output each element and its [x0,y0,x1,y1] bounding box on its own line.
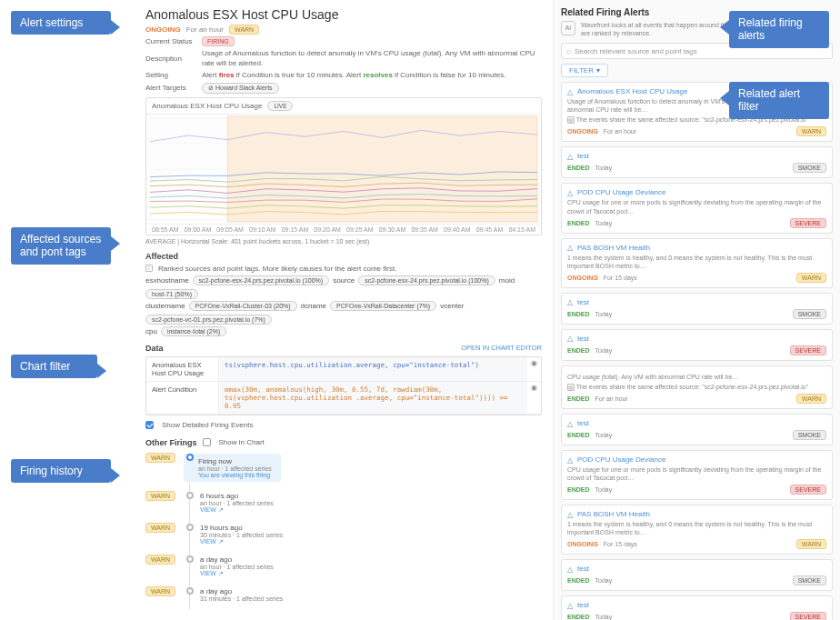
tag-pill[interactable]: PCFOne-VxRail-Datacenter (7%) [330,301,436,311]
callout-firing-history: Firing history [11,459,111,483]
tag-key: source [333,276,355,285]
alert-targets-label: Alert Targets [145,84,196,92]
show-detailed-label: Show Detailed Firing Events [162,420,254,430]
rank-icon: ≡ [145,265,153,272]
timeline-meta: an hour · 1 affected series [200,500,274,506]
chart-title: Anomalous ESX Host CPU Usage [152,102,262,110]
timeline-item[interactable]: WARN19 hours ago30 minutes · 1 affected … [185,521,542,553]
timeline-item[interactable]: WARN6 hours agoan hour · 1 affected seri… [185,489,542,521]
alert-icon [567,420,575,427]
related-alert-card[interactable]: CPU usage (total). Any VM with abnormal … [561,365,833,409]
related-alert-card[interactable]: POD CPU Usage DevianceCPU usage for one … [561,450,833,500]
event-icon: ▦ [567,116,575,124]
chart-body[interactable] [146,115,541,224]
description-label: Description [145,55,196,63]
timeline-time: a day ago [200,555,274,564]
related-alert-card[interactable]: testENDEDTodaySMOKE [561,559,833,591]
timeline-time: Firing now [198,457,272,465]
tag-pill[interactable]: sc2-pcfone-vc-01.prs.pez.pivotal.io (7%) [145,315,272,325]
callout-related-firing: Related firing alerts [729,11,829,48]
related-alert-title[interactable]: POD CPU Usage Deviance [567,188,826,196]
alert-icon [567,511,575,518]
chart-container: Anomalous ESX Host CPU Usage LIVE 08:55 … [145,97,542,235]
related-alert-title[interactable]: test [567,419,826,427]
related-alert-title[interactable]: test [567,565,826,573]
tag-key: clustername [145,302,185,310]
status-duration: For an hour [186,25,224,34]
timeline-view-link[interactable]: VIEW ↗ [200,538,283,545]
related-filter-button[interactable]: FILTER ▾ [561,64,608,77]
setting-text: Alert fires if Condition is true for 10 … [202,70,542,80]
tag-pill[interactable]: PCFOne-VxRail-Cluster-03 (20%) [189,301,297,311]
related-alert-when: Today [595,165,613,171]
related-alert-when: Today [595,311,613,317]
ai-icon: AI [561,21,575,35]
related-alert-badge: WARN [796,273,826,283]
related-alert-desc: CPU usage (total). Any VM with abnormal … [567,373,826,381]
related-alert-card[interactable]: PAS BOSH VM Health1 means the system is … [561,505,833,555]
visibility-toggle-icon[interactable]: ◉ [527,357,541,381]
alert-icon [567,602,575,609]
setting-label: Setting [145,71,196,79]
related-alert-title[interactable]: test [567,152,826,160]
related-alert-title[interactable]: PAS BOSH VM Health [567,244,826,252]
timeline-item[interactable]: WARNa day ago31 minutes · 1 affected ser… [185,585,542,609]
chevron-down-icon: ▾ [596,66,600,75]
related-alert-status: ONGOING [567,541,598,547]
show-in-chart-label: Show in Chart [219,437,265,447]
related-alert-card[interactable]: testENDEDTodaySMOKE [561,146,833,178]
related-alert-status: ENDED [567,165,590,171]
alert-icon [567,244,575,251]
timeline-meta: an hour · 1 affected series [198,465,272,472]
related-alert-title[interactable]: PAS BOSH VM Health [567,510,826,518]
related-alert-when: Today [595,577,613,584]
other-firings-heading: Other Firings [145,438,197,447]
related-alert-status: ENDED [567,395,590,402]
alert-icon [567,88,575,95]
related-alert-status: ONGOING [567,275,598,281]
description-text: Usage of Anomalous function to detect an… [202,48,542,68]
callout-chart-filter: Chart filter [11,355,97,378]
affected-heading: Affected [145,252,542,261]
related-alert-event: ▦ The events share the same affected sou… [567,383,826,391]
timeline-item[interactable]: WARNa day agoan hour · 1 affected series… [185,553,542,585]
chart-x-axis: 08:55 AM09:00 AM09:05 AM09:10 AM09:15 AM… [146,224,541,235]
related-alert-status: ENDED [567,577,590,584]
visibility-toggle-icon[interactable]: ◉ [527,382,541,414]
related-alert-card[interactable]: testENDEDTodaySMOKE [561,414,833,445]
callout-related-filter: Related alert filter [729,82,829,119]
related-alert-status: ENDED [567,614,590,620]
tag-pill[interactable]: instance-total (2%) [161,326,226,336]
tag-pill[interactable]: sc2-pcfone-esx-24.prs.pez.pivotal.io (10… [193,275,330,285]
related-alert-card[interactable]: testENDEDTodaySMOKE [561,293,833,325]
tag-key: cpu [145,327,157,335]
show-in-chart-checkbox[interactable] [203,438,211,446]
condition-code: mmax(30m, anomalous(high, 30m, 0.55, 7d,… [219,382,527,414]
chart-live-badge[interactable]: LIVE [267,101,293,111]
timeline-view-link: You are viewing this firing [198,472,272,478]
data-heading: Data [145,344,164,353]
related-alert-card[interactable]: testENDEDTodaySEVERE [561,595,833,620]
alert-target-pill[interactable]: ⊘ Howard Slack Alerts [202,83,279,94]
timeline-item[interactable]: WARNFiring nowan hour · 1 affected serie… [185,451,542,489]
related-alert-status: ENDED [567,311,590,317]
show-detailed-checkbox[interactable] [145,421,154,429]
tag-pill[interactable]: host-71 (50%) [145,289,198,299]
related-alert-title[interactable]: POD CPU Usage Deviance [567,455,826,464]
related-alert-title[interactable]: test [567,335,826,343]
related-alert-badge: SEVERE [790,485,826,495]
timeline-view-link[interactable]: VIEW ↗ [200,506,274,514]
related-alert-card[interactable]: PAS BOSH VM Health1 means the system is … [561,238,833,288]
timeline-view-link[interactable]: VIEW ↗ [200,570,274,577]
related-alert-desc: 1 means the system is healthy, and 0 mea… [567,520,826,536]
tag-pill[interactable]: sc2-pcfone-esx-24.prs.pez.pivotal.io (10… [358,275,495,285]
related-alert-badge: SEVERE [790,345,826,355]
related-alert-desc: 1 means the system is healthy, and 0 mea… [567,254,826,270]
related-alert-title[interactable]: test [567,601,826,609]
related-alert-card[interactable]: testENDEDTodaySEVERE [561,329,833,361]
related-alert-title[interactable]: test [567,298,826,306]
related-alert-when: Today [595,347,613,354]
related-alert-card[interactable]: POD CPU Usage DevianceCPU usage for one … [561,183,833,233]
timeline-time: a day ago [200,587,283,595]
open-chart-editor-link[interactable]: OPEN IN CHART EDITOR [461,344,542,352]
